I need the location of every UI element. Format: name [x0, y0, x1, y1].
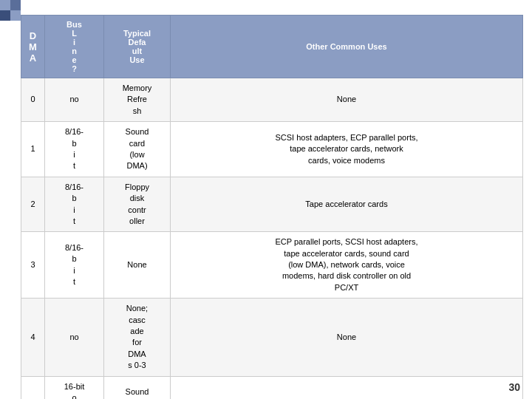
cell-other: SCSI host adapters, ECP parallel ports, … [171, 122, 523, 177]
cell-dma: 3 [21, 232, 45, 299]
cell-dma: 2 [21, 177, 45, 232]
table-row: 38/16- b i tNoneECP parallel ports, SCSI… [21, 232, 523, 299]
cell-typical: Floppy disk contr oller [104, 177, 171, 232]
cell-typical: Sound card (high DMA) [104, 376, 171, 399]
col-header-typical: Typical Defa ult Use [104, 16, 171, 78]
cell-other: ECP parallel ports, SCSI host adapters, … [171, 232, 523, 299]
page-container: D M A Bus L i n e ? Typical Defa ult Use… [0, 0, 532, 399]
table-row: 18/16- b i tSound card (low DMA)SCSI hos… [21, 122, 523, 177]
cell-bus: 16-bit o n l y [45, 376, 104, 399]
table-wrapper: D M A Bus L i n e ? Typical Defa ult Use… [21, 15, 523, 399]
cell-bus: 8/16- b i t [45, 122, 104, 177]
cell-other: None [171, 78, 523, 122]
cell-bus: no [45, 78, 104, 122]
cell-bus: 8/16- b i t [45, 232, 104, 299]
table-row: 0noMemory Refre shNone [21, 78, 523, 122]
dma-table: D M A Bus L i n e ? Typical Defa ult Use… [21, 15, 523, 399]
col-header-dma: D M A [21, 16, 45, 78]
cell-typical: Memory Refre sh [104, 78, 171, 122]
cell-dma: 4 [21, 299, 45, 376]
cell-bus: no [45, 299, 104, 376]
col-header-other: Other Common Uses [171, 16, 523, 78]
cell-bus: 8/16- b i t [45, 177, 104, 232]
table-row: 4noNone; casc ade for DMA s 0-3None [21, 299, 523, 376]
cell-typical: None [104, 232, 171, 299]
cell-other: None [171, 299, 523, 376]
cell-typical: None; casc ade for DMA s 0-3 [104, 299, 171, 376]
cell-other: SCSI host adapters, network cards [171, 376, 523, 399]
table-row: 28/16- b i tFloppy disk contr ollerTape … [21, 177, 523, 232]
cell-dma: 0 [21, 78, 45, 122]
cell-other: Tape accelerator cards [171, 177, 523, 232]
cell-typical: Sound card (low DMA) [104, 122, 171, 177]
cell-dma: 1 [21, 122, 45, 177]
page-number: 30 [508, 381, 520, 393]
table-row: 516-bit o n l ySound card (high DMA)SCSI… [21, 376, 523, 399]
cell-dma: 5 [21, 376, 45, 399]
col-header-bus: Bus L i n e ? [45, 16, 104, 78]
